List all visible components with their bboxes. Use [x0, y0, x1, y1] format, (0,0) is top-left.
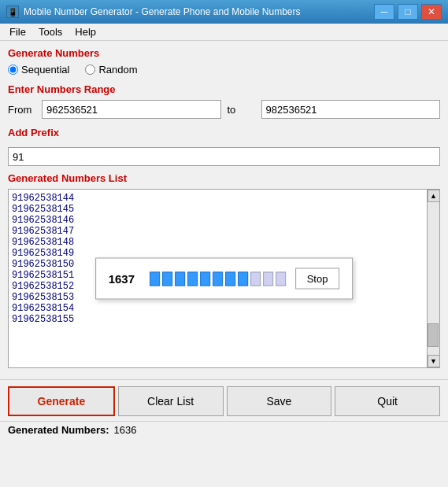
status-count: 1636 [114, 424, 137, 436]
scroll-track [428, 202, 439, 355]
progress-count: 1637 [109, 272, 140, 286]
scrollbar: ▲ ▼ [427, 190, 439, 367]
random-radio[interactable] [85, 65, 95, 75]
menu-help[interactable]: Help [68, 25, 102, 39]
status-bar: Generated Numbers: 1636 [0, 421, 448, 438]
footer-buttons: Generate Clear List Save Quit [0, 379, 448, 421]
quit-button[interactable]: Quit [335, 386, 440, 416]
to-input[interactable] [261, 100, 441, 119]
prefix-section: Add Prefix [8, 127, 440, 166]
scroll-down-button[interactable]: ▼ [428, 355, 440, 367]
prefix-input[interactable] [8, 147, 440, 166]
window-title: Mobile Number Generator - Generate Phone… [24, 6, 374, 17]
save-button[interactable]: Save [227, 386, 332, 416]
range-title: Enter Numbers Range [8, 83, 440, 95]
list-title: Generated Numbers List [8, 172, 440, 184]
app-icon: 📱 [6, 6, 19, 18]
from-label: From [8, 104, 35, 116]
minimize-button[interactable]: ─ [374, 4, 394, 20]
random-label: Random [98, 64, 137, 76]
status-label: Generated Numbers: [8, 424, 109, 436]
window-controls: ─ □ ✕ [374, 4, 442, 20]
menu-file[interactable]: File [3, 25, 32, 39]
range-row: From to [8, 100, 440, 119]
title-bar: 📱 Mobile Number Generator - Generate Pho… [0, 0, 448, 24]
list-section: Generated Numbers List ▲ ▼ 1637 Stop [8, 172, 440, 368]
generation-mode: Sequential Random [8, 64, 440, 76]
list-container: ▲ ▼ 1637 Stop [8, 189, 440, 368]
scroll-thumb[interactable] [428, 323, 439, 347]
progress-bar [150, 271, 286, 286]
generate-numbers-title: Generate Numbers [8, 47, 440, 59]
from-input[interactable] [42, 100, 221, 119]
to-label: to [228, 104, 255, 116]
sequential-radio[interactable] [8, 65, 18, 75]
progress-overlay: 1637 Stop [95, 258, 354, 300]
generate-button[interactable]: Generate [8, 386, 115, 416]
sequential-label: Sequential [21, 64, 69, 76]
close-button[interactable]: ✕ [421, 4, 442, 20]
stop-button[interactable]: Stop [295, 268, 340, 290]
sequential-option[interactable]: Sequential [8, 64, 69, 76]
prefix-title: Add Prefix [8, 127, 440, 138]
maximize-button[interactable]: □ [398, 4, 418, 20]
main-content: Generate Numbers Sequential Random Enter… [0, 41, 448, 379]
menu-tools[interactable]: Tools [32, 25, 68, 39]
menu-bar: File Tools Help [0, 24, 448, 41]
random-option[interactable]: Random [85, 64, 137, 76]
clear-list-button[interactable]: Clear List [118, 386, 224, 416]
scroll-up-button[interactable]: ▲ [428, 190, 440, 202]
range-section: Enter Numbers Range From to [8, 83, 440, 119]
